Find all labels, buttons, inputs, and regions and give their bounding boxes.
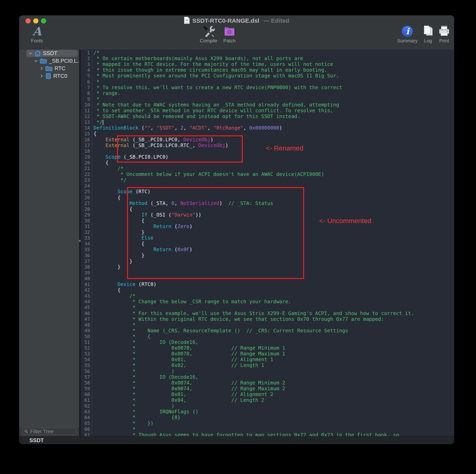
sidebar-item-ssdt[interactable]: SSDT (19, 50, 79, 57)
code-line[interactable]: /* (94, 50, 100, 56)
code-line[interactable]: * (94, 305, 136, 310)
chevron-right-icon[interactable] (40, 74, 43, 78)
print-label: Print (434, 38, 454, 44)
code-line[interactable]: * this issue though in extreme circumsta… (94, 67, 327, 73)
code-line[interactable]: { (94, 195, 120, 201)
code-line[interactable]: * }) (94, 420, 153, 426)
code-line[interactable]: * (94, 79, 100, 85)
title-bar: DSL SSDT-RTC0-RANGE.dsl — Edited (19, 16, 454, 25)
code-line[interactable]: * 0x02, // Length 1 (94, 362, 264, 368)
summary-button[interactable]: i Summary (393, 25, 421, 44)
code-line[interactable]: * Most prominently seen around the PCI C… (94, 73, 339, 79)
code-line[interactable]: * SSDT-AWAC should be removed and instea… (94, 113, 300, 119)
line-number: 55 (84, 362, 90, 368)
fonts-button[interactable]: A Fonts (23, 25, 51, 44)
line-number: 50 (84, 334, 90, 339)
code-line[interactable]: * {8} (94, 414, 181, 421)
chevron-down-icon[interactable] (34, 59, 38, 63)
code-line[interactable]: { (94, 131, 97, 137)
code-line[interactable]: * For this example, we'll use the Asus S… (94, 310, 414, 316)
document-icon: DSL (184, 17, 190, 25)
code-line[interactable]: * Name (_CRS, ResourceTemplate () // _CR… (94, 328, 348, 334)
line-number: 51 (84, 339, 90, 345)
code-line[interactable]: * 0x0074, // Range Maximum 2 (94, 386, 285, 392)
code-line[interactable]: * ) (94, 403, 174, 409)
code-line[interactable]: * mapped in the RTC device. For the majo… (94, 61, 333, 67)
code-line[interactable]: * 0x0070, // Range Minimum 1 (94, 345, 285, 351)
code-line[interactable]: * IO (Decode16, (94, 339, 198, 345)
code-line[interactable]: * On certain motherboards(mainly Asus X2… (94, 55, 303, 62)
sidebar-item-sbpci0l[interactable]: _SB.PCI0.L... (19, 57, 79, 65)
line-number: 6 (87, 79, 90, 85)
text-cursor (103, 120, 103, 125)
code-line[interactable]: * Within the original RTC device, we see… (94, 316, 384, 322)
code-line[interactable]: * Note that due to AWAC systems having a… (94, 102, 339, 108)
sidebar-item-rtc0[interactable]: RTC0 (19, 72, 79, 80)
code-line[interactable]: * 0x04, // Length 2 (94, 397, 264, 403)
code-line[interactable]: * Uncomment below if your ACPI doesn't h… (94, 171, 324, 177)
code-line[interactable]: { (94, 160, 108, 166)
code-line[interactable]: * 0x01, // Alignment 1 (94, 356, 273, 363)
line-number-gutter: 1234567891011121314151617181920212223242… (81, 50, 92, 436)
code-line[interactable]: * IO (Decode16, (94, 374, 198, 380)
line-number: 44 (84, 299, 90, 305)
code-line[interactable]: */ (94, 177, 127, 183)
chevron-right-icon[interactable] (40, 67, 43, 70)
code-line[interactable]: Device (RTC0) (94, 281, 156, 287)
sidebar-item-rtc[interactable]: RTC (19, 65, 79, 72)
line-number: 39 (84, 270, 90, 276)
line-number: 52 (84, 345, 90, 351)
code-line[interactable]: } (94, 264, 120, 270)
code-line[interactable]: * To resolve this, we'll want to create … (94, 85, 342, 91)
code-line[interactable]: * to set another _STA method in your RTC… (94, 108, 333, 114)
code-line[interactable]: * range. (94, 90, 120, 96)
line-number: 58 (84, 380, 90, 386)
line-number: 46 (84, 310, 90, 316)
code-line[interactable]: * 0x0074, // Range Minimum 2 (94, 380, 285, 386)
desktop: DSL SSDT-RTC0-RANGE.dsl — Edited A Fonts (0, 0, 476, 474)
line-number: 37 (84, 258, 90, 264)
code-line[interactable]: * IRQNoFlags () (94, 409, 198, 415)
code-line[interactable]: /* (94, 293, 136, 299)
fonts-icon: A (23, 25, 51, 38)
sidebar-item-label: _SB.PCI0.L... (49, 58, 82, 64)
print-icon (438, 25, 450, 38)
line-number: 36 (84, 253, 90, 258)
code-line[interactable]: { (94, 287, 120, 293)
line-number: 21 (84, 166, 90, 171)
code-line[interactable]: * { (94, 334, 151, 339)
code-line[interactable]: * (94, 96, 100, 102)
code-line[interactable]: DefinitionBlock ("", "SSDT", 2, "ACDT", … (94, 125, 282, 131)
code-line[interactable]: * 0x0070, // Range Maximum 1 (94, 351, 285, 357)
print-button[interactable]: Print (434, 25, 454, 44)
code-line[interactable]: */ (94, 119, 103, 125)
code-line[interactable]: * (94, 426, 136, 432)
log-pages-icon (422, 25, 434, 38)
code-line[interactable]: * Change the below _CSR range to match y… (94, 299, 291, 305)
code-line[interactable]: * ) (94, 368, 174, 374)
acpi-tree-sidebar: SSDT_SB.PCI0.L...RTCRTC0 (19, 50, 79, 427)
annotation-label-uncommented: <- Uncommented (319, 217, 371, 225)
line-number: 12 (84, 113, 90, 119)
chevron-down-icon[interactable] (29, 51, 32, 55)
line-number: 22 (84, 171, 90, 177)
code-line[interactable]: * 0x01, // Alignment 2 (94, 391, 273, 397)
line-number: 25 (84, 189, 90, 195)
code-line[interactable]: * (94, 322, 136, 328)
code-line[interactable]: /* (94, 166, 124, 171)
summary-label: Summary (393, 38, 421, 44)
filter-tree-input[interactable] (30, 428, 74, 435)
code-line[interactable]: * Though Asus seems to have forgotten to… (94, 432, 399, 436)
patch-button[interactable]: Patch (218, 25, 241, 44)
line-number: 2 (87, 55, 90, 62)
line-number: 8 (87, 90, 90, 96)
filter-tree-field[interactable] (22, 428, 76, 435)
line-number: 54 (84, 356, 90, 363)
line-number: 38 (84, 264, 90, 270)
code-line[interactable]: { (94, 206, 133, 212)
annotation-box-renamed (117, 135, 243, 163)
code-line[interactable]: } (94, 258, 133, 264)
line-number: 32 (84, 229, 90, 235)
svg-text:DSL: DSL (186, 22, 188, 23)
line-number: 64 (84, 414, 90, 421)
